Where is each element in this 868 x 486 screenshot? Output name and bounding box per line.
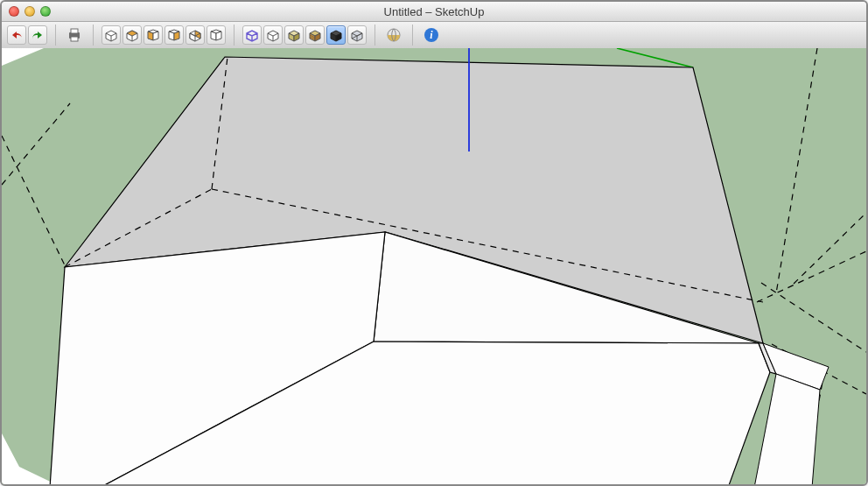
view-back-button[interactable] <box>186 25 205 45</box>
view-iso-button[interactable] <box>102 25 121 45</box>
separator <box>234 25 234 46</box>
history-group <box>7 25 47 45</box>
svg-rect-1 <box>71 29 78 33</box>
minimize-button[interactable] <box>24 6 35 17</box>
zoom-button[interactable] <box>40 6 51 17</box>
separator <box>55 25 56 46</box>
window-controls <box>9 6 51 17</box>
model-viewport[interactable] <box>2 48 866 484</box>
window-titlebar[interactable]: Untitled – SketchUp <box>2 2 866 22</box>
info-button[interactable]: i <box>421 25 442 45</box>
style-shaded-textures-button[interactable] <box>305 25 325 45</box>
undo-button[interactable] <box>7 25 26 45</box>
svg-rect-2 <box>71 37 78 41</box>
styles-group <box>242 25 367 45</box>
scene-canvas[interactable] <box>2 48 866 484</box>
main-toolbar: i <box>2 22 866 49</box>
view-left-button[interactable] <box>206 25 226 45</box>
view-right-button[interactable] <box>164 25 184 45</box>
separator <box>374 25 375 46</box>
separator <box>412 25 413 46</box>
warehouse-button[interactable] <box>383 25 404 45</box>
print-button[interactable] <box>64 25 85 45</box>
window-title: Untitled – SketchUp <box>2 5 866 18</box>
separator <box>93 25 94 46</box>
style-xray-button[interactable] <box>347 25 367 45</box>
style-shaded-button[interactable] <box>284 25 304 45</box>
redo-button[interactable] <box>28 25 47 45</box>
style-wireframe-button[interactable] <box>242 25 262 45</box>
view-top-button[interactable] <box>122 25 142 45</box>
views-group <box>102 25 226 45</box>
close-button[interactable] <box>9 6 19 17</box>
view-front-button[interactable] <box>144 25 163 45</box>
style-monochrome-button[interactable] <box>326 25 346 45</box>
app-window: Untitled – SketchUp <box>0 0 868 486</box>
style-hiddenline-button[interactable] <box>263 25 283 45</box>
